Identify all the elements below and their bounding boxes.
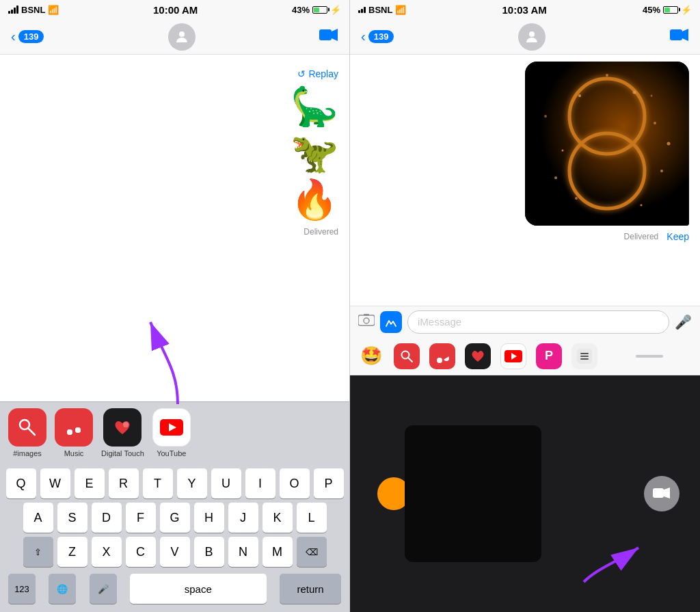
wifi-icon: 📶 xyxy=(48,5,59,15)
back-button[interactable]: ‹ 139 xyxy=(11,29,44,44)
right-battery-icon xyxy=(663,6,678,14)
key-e[interactable]: E xyxy=(75,468,105,498)
appstore-button[interactable] xyxy=(380,311,402,333)
right-wifi-icon: 📶 xyxy=(395,5,406,15)
shift-key[interactable]: ⇧ xyxy=(23,537,53,567)
key-u[interactable]: U xyxy=(211,468,241,498)
right-status-right: 45% ⚡ xyxy=(643,5,692,15)
key-k[interactable]: K xyxy=(262,503,293,533)
key-w[interactable]: W xyxy=(40,468,70,498)
svg-point-19 xyxy=(633,91,636,94)
camera-button[interactable] xyxy=(358,313,375,331)
svg-point-7 xyxy=(67,429,72,435)
replay-icon: ↺ xyxy=(297,68,306,79)
strip-emoji-icon[interactable]: 🤩 xyxy=(358,343,384,369)
key-n[interactable]: N xyxy=(228,537,258,567)
svg-point-31 xyxy=(364,318,369,323)
back-badge[interactable]: 139 xyxy=(18,30,44,43)
right-contact-avatar xyxy=(518,23,546,51)
key-v[interactable]: V xyxy=(160,537,190,567)
right-back-button[interactable]: ‹ 139 xyxy=(361,29,394,44)
svg-point-26 xyxy=(667,142,671,146)
svg-point-29 xyxy=(651,95,653,97)
key-b[interactable]: B xyxy=(194,537,224,567)
digital-touch-area[interactable] xyxy=(350,375,700,613)
battery-icon xyxy=(312,6,327,14)
svg-point-27 xyxy=(606,74,608,77)
app-icon-youtube[interactable]: YouTube xyxy=(152,408,191,457)
svg-point-24 xyxy=(641,204,643,207)
key-o[interactable]: O xyxy=(280,468,310,498)
key-q[interactable]: Q xyxy=(6,468,36,498)
right-messages-area: Delivered Keep xyxy=(350,55,700,306)
left-nav-bar: ‹ 139 xyxy=(0,19,349,55)
microphone-key[interactable]: 🎤 xyxy=(90,574,117,604)
lightning-icon: ⚡ xyxy=(330,5,341,15)
svg-rect-42 xyxy=(580,358,589,360)
app-icon-images[interactable]: #images xyxy=(8,408,46,457)
key-d[interactable]: D xyxy=(92,503,122,533)
svg-rect-40 xyxy=(580,353,589,354)
key-j[interactable]: J xyxy=(228,503,258,533)
key-h[interactable]: H xyxy=(194,503,224,533)
right-microphone-button[interactable]: 🎤 xyxy=(675,314,692,330)
key-c[interactable]: C xyxy=(126,537,156,567)
svg-line-34 xyxy=(408,358,412,362)
strip-dt-icon[interactable] xyxy=(465,343,491,369)
key-a[interactable]: A xyxy=(23,503,53,533)
key-m[interactable]: M xyxy=(262,537,293,567)
delivered-label: Delivered xyxy=(304,227,338,237)
svg-point-25 xyxy=(544,115,547,118)
strip-ph-icon[interactable]: P xyxy=(536,343,562,369)
dt-canvas[interactable] xyxy=(405,425,541,562)
key-z[interactable]: Z xyxy=(57,537,88,567)
keep-button[interactable]: Keep xyxy=(667,231,689,242)
left-status-bar: BSNL 📶 10:00 AM 43% ⚡ xyxy=(0,0,349,19)
key-t[interactable]: T xyxy=(143,468,173,498)
app-images-label: #images xyxy=(13,449,42,457)
right-video-call-button[interactable] xyxy=(670,28,689,46)
key-x[interactable]: X xyxy=(92,537,122,567)
app-dt-label: Digital Touch xyxy=(101,449,144,457)
app-drawer: #images Music xyxy=(0,401,349,463)
space-key[interactable]: space xyxy=(130,574,267,604)
left-phone-panel: BSNL 📶 10:00 AM 43% ⚡ ‹ 139 xyxy=(0,0,350,612)
bubble-animation xyxy=(525,62,689,226)
key-p[interactable]: P xyxy=(314,468,344,498)
backspace-key[interactable]: ⌫ xyxy=(297,537,327,567)
svg-point-35 xyxy=(437,358,442,363)
right-clock-time: 10:03 AM xyxy=(502,4,547,16)
app-icon-strip: 🤩 xyxy=(350,338,700,375)
right-back-badge[interactable]: 139 xyxy=(368,30,394,43)
svg-point-20 xyxy=(654,122,656,124)
app-icon-music[interactable]: Music xyxy=(55,408,93,457)
key-l[interactable]: L xyxy=(297,503,327,533)
keyboard-bottom-row: 123 🌐 🎤 space return xyxy=(3,571,347,609)
app-music-label: Music xyxy=(64,449,84,457)
key-r[interactable]: R xyxy=(109,468,139,498)
svg-point-23 xyxy=(575,197,578,200)
svg-point-9 xyxy=(123,422,129,427)
strip-yt-icon[interactable] xyxy=(500,343,526,369)
app-icon-digital-touch[interactable]: Digital Touch xyxy=(101,408,144,457)
key-y[interactable]: Y xyxy=(177,468,207,498)
strip-more-icon[interactable] xyxy=(571,343,597,369)
svg-point-13 xyxy=(529,31,535,37)
globe-key[interactable]: 🌐 xyxy=(49,574,76,604)
strip-music-icon[interactable] xyxy=(429,343,455,369)
strip-images-icon[interactable] xyxy=(394,343,420,369)
numbers-key[interactable]: 123 xyxy=(8,574,36,604)
key-f[interactable]: F xyxy=(126,503,156,533)
svg-line-4 xyxy=(28,428,35,435)
key-g[interactable]: G xyxy=(160,503,190,533)
imessage-text-input[interactable]: iMessage xyxy=(407,310,669,334)
dt-video-icon[interactable] xyxy=(644,476,679,511)
replay-button[interactable]: ↺ Replay xyxy=(297,68,338,79)
return-key[interactable]: return xyxy=(280,574,341,604)
strip-scroll-indicator xyxy=(636,355,663,358)
key-s[interactable]: S xyxy=(57,503,88,533)
right-lightning-icon: ⚡ xyxy=(681,5,692,15)
key-i[interactable]: I xyxy=(245,468,275,498)
video-call-button[interactable] xyxy=(319,28,338,46)
right-battery-percent: 45% xyxy=(643,5,660,15)
